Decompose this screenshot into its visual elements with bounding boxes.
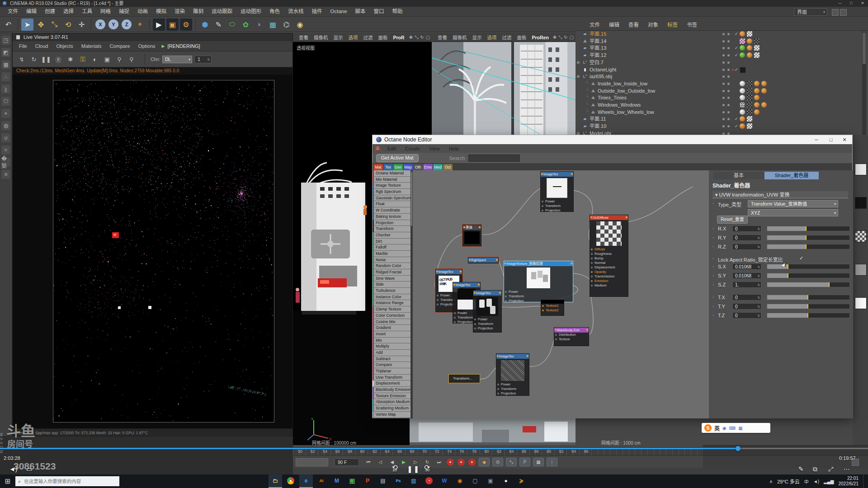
object-row-平面.12[interactable]: ▰平面.12✓ [576, 52, 860, 59]
param-value-field[interactable]: 0⇅ [732, 225, 761, 232]
clay-mode-icon[interactable]: ▣ [103, 55, 112, 64]
key-icon[interactable]: ◆ [479, 458, 490, 466]
pan-icon[interactable]: ✥ [409, 35, 413, 40]
ball-checker-tag[interactable] [740, 102, 745, 108]
last-tool-icon[interactable]: ✛ [75, 19, 88, 31]
pause-icon[interactable]: ❚❚ [42, 55, 51, 64]
visibility-dot-bottom[interactable] [727, 40, 730, 42]
node-type-scattering-medium[interactable]: Scattering Medium [373, 405, 410, 412]
lock-aspect-checkbox[interactable]: ✓ [799, 255, 803, 261]
object-row-Inside_low_Inside_low[interactable]: └⟁Inside_low_Inside_low [576, 80, 860, 88]
checker-pink-tag[interactable] [740, 38, 745, 44]
search-input[interactable] [468, 155, 520, 162]
input-emission[interactable]: Emission [590, 279, 628, 283]
settings-gear-icon[interactable]: ✱ [66, 55, 75, 64]
lv-menu-Options[interactable]: Options [135, 43, 159, 49]
viewport-menu-面板[interactable]: 面板 [376, 34, 390, 41]
node-type-uvw-transform[interactable]: Uvw Transform [373, 375, 410, 381]
subdivision-surface-icon[interactable]: ⬭ [226, 19, 238, 31]
workplane-icon[interactable]: ▦ [1, 60, 10, 69]
taskbar-search[interactable]: ⌕ [15, 476, 119, 486]
node-editor-title[interactable]: Octane Node Editor [373, 135, 852, 144]
lock-resolution-icon[interactable]: ⚿ [78, 55, 87, 64]
lv-menu-File[interactable]: File [15, 43, 31, 49]
phong-orange-tag[interactable] [747, 38, 752, 44]
input-transform[interactable]: Transform [473, 322, 501, 326]
input-normal[interactable]: Normal [590, 261, 628, 265]
ne-menu-Edit[interactable]: Edit [383, 146, 400, 151]
axis-order-dropdown[interactable]: XYZ [748, 209, 838, 216]
goto-start-icon[interactable]: ⏮ [363, 458, 373, 466]
ball-white-tag[interactable] [740, 81, 745, 86]
parameter-lock-icon[interactable]: ▦ [533, 458, 544, 466]
goto-end-icon[interactable]: ⏭ [434, 458, 444, 466]
scale-icon[interactable]: ⤡ [48, 19, 61, 31]
edge-icon[interactable]: e [299, 474, 313, 488]
render-settings-icon[interactable]: ⚙ [180, 19, 192, 31]
ball-green-tag[interactable] [740, 52, 745, 58]
visibility-dot-bottom[interactable] [727, 69, 730, 71]
menu-网格[interactable]: 网格 [96, 7, 115, 16]
spinner-icon[interactable]: ⇅ [757, 313, 760, 319]
object-row-平面.15[interactable]: ▰平面.15✓ [576, 31, 860, 38]
node-type-clamp-texture[interactable]: Clamp Texture [373, 306, 410, 313]
sogou-ime-bar[interactable]: S 英 ◉ ⌨ ▦ [702, 423, 770, 433]
phong-orange-tag[interactable] [754, 88, 760, 94]
word-icon[interactable]: W [438, 474, 451, 488]
menu-捕捉[interactable]: 捕捉 [115, 7, 133, 16]
category-tab-Mat[interactable]: Mat [373, 164, 383, 170]
node-octdiffuse[interactable]: OctDiffuseDiffuseRoughnessBumpNormalDisp… [590, 215, 628, 297]
viewport-menu-摄像机[interactable]: 摄像机 [450, 34, 469, 41]
layout-button-2[interactable] [840, 9, 847, 16]
category-tab-Oth[interactable]: Oth [413, 164, 423, 170]
visibility-dot-top[interactable] [722, 97, 725, 99]
coordinate-system-icon[interactable]: ⌖ [134, 19, 146, 31]
object-row-平面.14[interactable]: ⟁平面.14 [576, 38, 860, 45]
param-slider[interactable] [767, 244, 850, 249]
param-value-field[interactable]: 0⇅ [732, 235, 761, 241]
phong-orange-tag[interactable] [761, 81, 767, 86]
region-render-icon[interactable]: Ⓡ [54, 55, 63, 64]
node-imagetexture-selected[interactable]: ImageTexture_图像纹理PowerTransformProjectio… [504, 261, 573, 302]
input-roughness[interactable]: Roughness [590, 252, 628, 256]
param-value-field[interactable]: 0⇅ [732, 294, 761, 300]
ne-menu-Create[interactable]: Create [401, 146, 424, 151]
menu-窗口[interactable]: 窗口 [370, 7, 388, 16]
knob-icon[interactable]: ◦ [712, 282, 714, 287]
input-medium[interactable]: Medium [590, 283, 628, 288]
param-slider[interactable] [767, 313, 850, 318]
viewport-menu-查看[interactable]: 查看 [435, 34, 449, 41]
menu-角色[interactable]: 角色 [265, 7, 284, 16]
live-selection-icon[interactable]: ➤ [21, 19, 33, 31]
viewport-menu-选项[interactable]: 选项 [485, 34, 499, 41]
node-type-cosine-mix[interactable]: Cosine Mix [373, 319, 410, 325]
om-menu-书签[interactable]: 书签 [683, 20, 701, 30]
param-slider[interactable] [767, 295, 850, 300]
music-icon[interactable]: M [330, 474, 344, 488]
node-type-side[interactable]: Side [373, 282, 410, 288]
menu-编辑[interactable]: 编辑 [22, 7, 41, 16]
folder-icon[interactable]: 🗀 [269, 474, 282, 488]
node-type-add[interactable]: Add [373, 350, 410, 356]
phong-orange-tag[interactable] [747, 52, 752, 58]
texture-mode-icon[interactable]: ◩ [1, 48, 10, 57]
ball-green-tag[interactable] [740, 45, 745, 51]
menu-工具[interactable]: 工具 [78, 7, 96, 16]
knob-icon[interactable]: ◦ [712, 235, 714, 240]
maximize-icon[interactable]: □ [824, 135, 838, 144]
environment-icon[interactable]: ▦ [267, 19, 279, 31]
node-type-random-color[interactable]: Random Color [373, 263, 410, 269]
forward-30-button[interactable]: 30 [422, 466, 432, 474]
knob-icon[interactable]: ◦ [712, 273, 714, 278]
douyu-icon[interactable]: ≽ [514, 474, 528, 488]
input-power[interactable]: Power [496, 382, 529, 387]
node-type-projection[interactable]: Projection [373, 220, 410, 226]
visibility-dot-top[interactable] [722, 118, 725, 120]
node-type-blackbody-emission[interactable]: Blackbody Emission [373, 387, 410, 393]
weather-label[interactable]: 29°C 多云 [777, 478, 800, 485]
keyframe-selection-icon[interactable]: ● [468, 459, 476, 466]
ime-toolbox-icon[interactable]: ▦ [738, 426, 742, 431]
pen-icon[interactable]: ✎ [212, 19, 225, 31]
ime-mode-label[interactable]: 英 [714, 424, 720, 432]
menu-选择[interactable]: 选择 [59, 7, 78, 16]
